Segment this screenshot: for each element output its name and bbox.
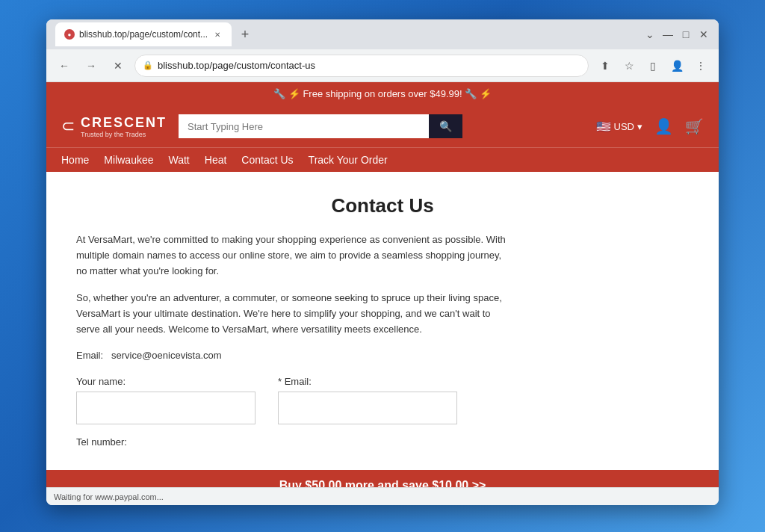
currency-chevron-icon: ▾ (637, 121, 642, 132)
close-button[interactable]: ✕ (698, 28, 710, 40)
active-tab[interactable]: ● blisshub.top/page/custom/cont... ✕ (55, 22, 232, 46)
page-content: 🔧 ⚡ Free shipping on orders over $49.99!… (46, 82, 719, 487)
share-icon[interactable]: ⬆ (595, 55, 616, 76)
search-button[interactable]: 🔍 (429, 114, 462, 138)
url-bar[interactable]: 🔒 blisshub.top/page/custom/contact-us (134, 55, 589, 77)
logo-icon: ⊂ (61, 117, 75, 136)
form-row-name-email: Your name: * Email: (76, 376, 689, 424)
minimize-button[interactable]: — (662, 28, 674, 40)
currency-label: USD (614, 121, 634, 132)
announcement-bar: 🔧 ⚡ Free shipping on orders over $49.99!… (46, 82, 719, 105)
email-field-label: * Email: (278, 376, 457, 387)
menu-icon[interactable]: ⋮ (690, 55, 711, 76)
address-bar-actions: ⬆ ☆ ▯ 👤 ⋮ (595, 55, 711, 76)
email-field: * Email: (278, 376, 457, 424)
currency-selector[interactable]: 🇺🇸 USD ▾ (596, 120, 642, 134)
store-header: ⊂ CRESCENT Trusted by the Trades 🔍 🇺🇸 US… (46, 105, 719, 147)
name-input[interactable] (76, 392, 255, 424)
email-label: Email: (76, 350, 103, 361)
nav-item-track-order[interactable]: Track Your Order (309, 154, 388, 166)
tel-field: Tel number: (76, 436, 689, 448)
email-line: Email: service@oenicevista.com (76, 350, 689, 361)
url-text: blisshub.top/page/custom/contact-us (158, 60, 315, 71)
tab-close-icon[interactable]: ✕ (212, 29, 223, 40)
email-value: service@oenicevista.com (111, 350, 222, 361)
flag-icon: 🇺🇸 (596, 120, 611, 134)
sidebar-icon[interactable]: ▯ (642, 55, 663, 76)
maximize-button[interactable]: □ (680, 28, 692, 40)
bookmark-icon[interactable]: ☆ (619, 55, 639, 76)
nav-item-milwaukee[interactable]: Milwaukee (104, 154, 153, 166)
announcement-text: 🔧 ⚡ Free shipping on orders over $49.99!… (273, 88, 492, 99)
intro-paragraph-2: So, whether you're an adventurer, a comm… (76, 291, 510, 337)
header-right: 🇺🇸 USD ▾ 👤 🛒 (596, 117, 704, 135)
browser-window: ● blisshub.top/page/custom/cont... ✕ + ⌄… (46, 19, 719, 505)
tab-title: blisshub.top/page/custom/cont... (79, 29, 208, 40)
lock-icon: 🔒 (143, 61, 153, 70)
chevron-down-icon[interactable]: ⌄ (644, 28, 656, 40)
page-title: Contact Us (76, 194, 689, 217)
store-nav: Home Milwaukee Watt Heat Contact Us Trac… (46, 147, 719, 172)
status-bar: Waiting for www.paypal.com... (46, 487, 719, 505)
tel-label: Tel number: (76, 436, 689, 448)
email-input[interactable] (278, 392, 457, 424)
cart-icon[interactable]: 🛒 (685, 117, 704, 135)
logo-text: CRESCENT Trusted by the Trades (81, 115, 167, 138)
intro-paragraph-1: At VersaMart, we're committed to making … (76, 232, 510, 279)
back-button[interactable]: ← (54, 55, 75, 76)
name-label: Your name: (76, 376, 255, 387)
bottom-banner-text: Buy $50.00 more and save $10.00 >> (279, 479, 486, 487)
reload-button[interactable]: ✕ (108, 55, 128, 76)
search-input[interactable] (179, 114, 429, 138)
search-area: 🔍 (179, 114, 462, 138)
title-bar: ● blisshub.top/page/custom/cont... ✕ + ⌄… (46, 19, 719, 49)
forward-button[interactable]: → (81, 55, 102, 76)
bottom-banner[interactable]: Buy $50.00 more and save $10.00 >> (46, 470, 719, 487)
tab-favicon: ● (64, 29, 75, 40)
nav-item-home[interactable]: Home (61, 154, 89, 166)
nav-item-heat[interactable]: Heat (205, 154, 227, 166)
logo-area[interactable]: ⊂ CRESCENT Trusted by the Trades (61, 115, 167, 138)
profile-icon[interactable]: 👤 (666, 55, 687, 76)
logo-tagline: Trusted by the Trades (81, 131, 167, 138)
address-bar: ← → ✕ 🔒 blisshub.top/page/custom/contact… (46, 49, 719, 82)
nav-item-watt[interactable]: Watt (169, 154, 190, 166)
nav-item-contact-us[interactable]: Contact Us (241, 154, 293, 166)
user-icon[interactable]: 👤 (654, 117, 673, 135)
logo-name: CRESCENT (81, 115, 167, 131)
main-content: Contact Us At VersaMart, we're committed… (46, 172, 719, 470)
tab-area: ● blisshub.top/page/custom/cont... ✕ + (55, 22, 638, 46)
new-tab-button[interactable]: + (235, 24, 255, 45)
name-field: Your name: (76, 376, 255, 424)
window-controls: ⌄ — □ ✕ (644, 28, 710, 40)
status-text: Waiting for www.paypal.com... (54, 492, 164, 501)
